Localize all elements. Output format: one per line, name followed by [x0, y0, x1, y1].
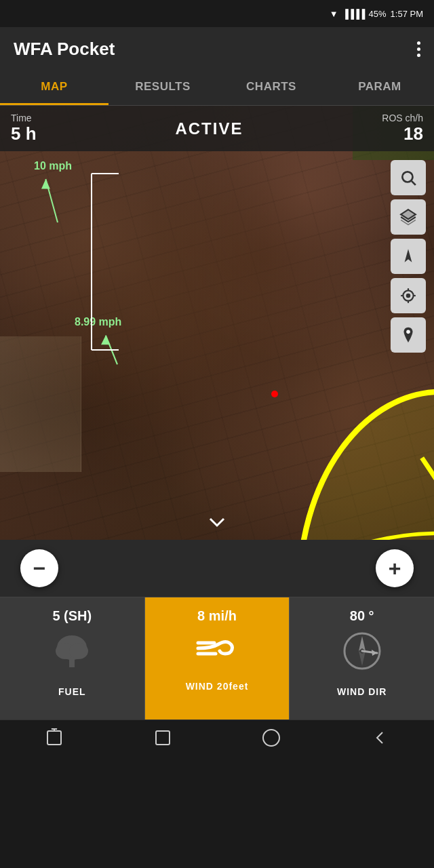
zoom-out-button[interactable]: −	[20, 549, 58, 587]
map-info-bar: Time 5 h ACTIVE ROS ch/h 18	[0, 106, 434, 151]
svg-marker-13	[405, 249, 412, 262]
svg-point-34	[263, 730, 279, 746]
wind-card[interactable]: 8 mi/h WIND 20feet	[145, 597, 290, 719]
map-view[interactable]: Time 5 h ACTIVE ROS ch/h 18 10 mph 8.99 …	[0, 106, 434, 540]
fuel-label: FUEL	[58, 686, 86, 697]
wind-dir-label: WIND DIR	[337, 686, 387, 697]
status-bar: ▼ ▐▐▐▐ 45% 1:57 PM	[0, 0, 434, 27]
home-button[interactable]	[262, 728, 281, 752]
wifi-icon: ▼	[330, 9, 338, 19]
tab-charts[interactable]: CHARTS	[217, 71, 326, 105]
more-menu-button[interactable]	[417, 41, 420, 57]
zoom-in-button[interactable]: +	[376, 549, 414, 587]
svg-rect-30	[47, 731, 61, 745]
wind-label: WIND 20feet	[186, 681, 249, 692]
wind-10mph-label: 10 mph	[34, 160, 72, 172]
svg-point-10	[402, 172, 412, 182]
svg-marker-1	[41, 179, 50, 189]
app-title: WFA Pocket	[14, 39, 115, 60]
active-status: ACTIVE	[175, 119, 243, 138]
tab-param[interactable]: PARAM	[326, 71, 434, 105]
svg-rect-33	[156, 731, 170, 745]
north-button[interactable]	[391, 239, 426, 274]
fuel-value: 5 (SH)	[52, 608, 92, 624]
battery-label: 45%	[369, 9, 387, 19]
svg-rect-24	[69, 658, 75, 667]
wind-icon	[195, 631, 239, 674]
fire-pin	[271, 391, 278, 397]
wind-dir-card[interactable]: 80 ° WIND DIR	[290, 597, 434, 719]
svg-point-15	[407, 294, 410, 297]
zoom-controls: − +	[0, 540, 434, 597]
tab-results[interactable]: RESULTS	[108, 71, 217, 105]
time-label: 1:57 PM	[391, 9, 423, 19]
svg-line-11	[412, 181, 416, 185]
svg-marker-27	[359, 651, 366, 666]
map-controls	[391, 160, 426, 353]
svg-marker-32	[52, 728, 57, 729]
signal-icon: ▐▐▐▐	[342, 9, 365, 19]
locate-button[interactable]	[391, 278, 426, 313]
svg-point-23	[69, 643, 88, 659]
tab-map[interactable]: MAP	[0, 71, 108, 105]
measurement-line	[78, 167, 132, 357]
fire-perimeter	[224, 363, 434, 540]
search-map-button[interactable]	[391, 160, 426, 195]
svg-marker-26	[359, 636, 366, 651]
ros-display: ROS ch/h 18	[382, 113, 423, 144]
parameter-cards: 5 (SH) FUEL 8 mi/h WIND 20feet 80 °	[0, 597, 434, 719]
svg-marker-29	[372, 650, 377, 656]
wind-arrow-10mph	[37, 174, 78, 228]
fuel-icon	[52, 631, 92, 679]
square-button[interactable]	[153, 728, 172, 752]
bottom-navigation	[0, 719, 434, 760]
wind-dir-icon	[342, 631, 382, 679]
wind-dir-value: 80 °	[350, 608, 374, 624]
pin-button[interactable]	[391, 317, 426, 353]
share-button[interactable]	[45, 728, 64, 752]
fuel-card[interactable]: 5 (SH) FUEL	[0, 597, 145, 719]
layers-button[interactable]	[391, 199, 426, 235]
time-display: Time 5 h	[11, 113, 37, 144]
svg-point-20	[406, 330, 410, 334]
tab-bar: MAP RESULTS CHARTS PARAM	[0, 71, 434, 106]
expand-button[interactable]	[207, 514, 227, 533]
wind-value: 8 mi/h	[197, 608, 237, 624]
header: WFA Pocket	[0, 27, 434, 71]
back-button[interactable]	[370, 728, 389, 752]
svg-point-7	[299, 392, 434, 540]
